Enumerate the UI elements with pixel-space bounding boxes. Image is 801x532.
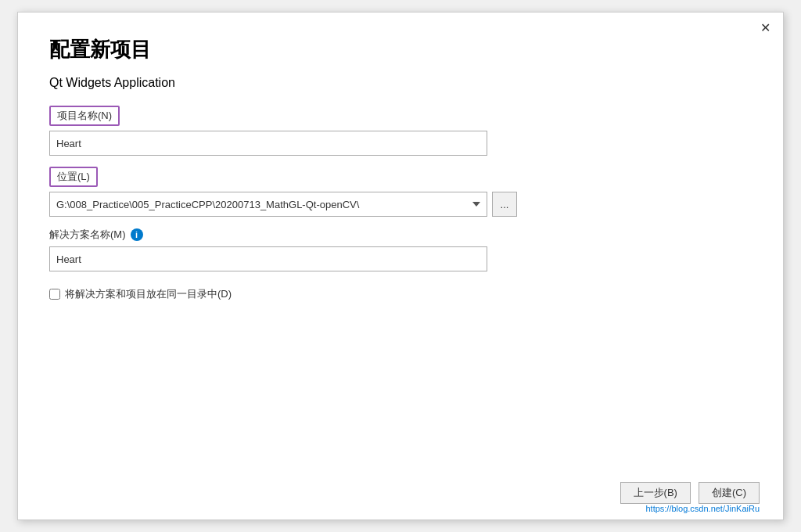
same-directory-label: 将解决方案和项目放在同一目录中(D) [65,287,232,301]
project-name-input[interactable] [49,131,487,156]
solution-label-row: 解决方案名称(M) i [49,228,752,242]
browse-button[interactable]: ... [492,192,517,217]
close-button[interactable]: ✕ [760,22,770,34]
same-directory-checkbox[interactable] [49,289,60,300]
info-icon[interactable]: i [131,228,143,241]
footer-buttons: 上一步(B) 创建(C) [620,482,760,504]
location-label: 位置(L) [49,167,98,187]
solution-name-group: 解决方案名称(M) i [49,228,752,271]
configure-dialog: ✕ 配置新项目 Qt Widgets Application 项目名称(N) 位… [17,12,784,520]
project-name-group: 项目名称(N) [49,106,752,156]
create-button[interactable]: 创建(C) [699,482,760,504]
location-row: G:\008_Practice\005_PracticeCPP\20200713… [49,192,752,217]
same-directory-row: 将解决方案和项目放在同一目录中(D) [49,287,752,301]
dialog-subtitle: Qt Widgets Application [49,76,752,90]
solution-name-label: 解决方案名称(M) [49,228,126,242]
location-group: 位置(L) G:\008_Practice\005_PracticeCPP\20… [49,167,752,217]
watermark: https://blog.csdn.net/JinKaiRu [645,504,760,513]
project-name-label: 项目名称(N) [49,106,120,126]
dialog-title: 配置新项目 [49,36,752,63]
location-dropdown[interactable]: G:\008_Practice\005_PracticeCPP\20200713… [49,192,487,217]
back-button[interactable]: 上一步(B) [620,482,691,504]
solution-name-input[interactable] [49,246,487,271]
